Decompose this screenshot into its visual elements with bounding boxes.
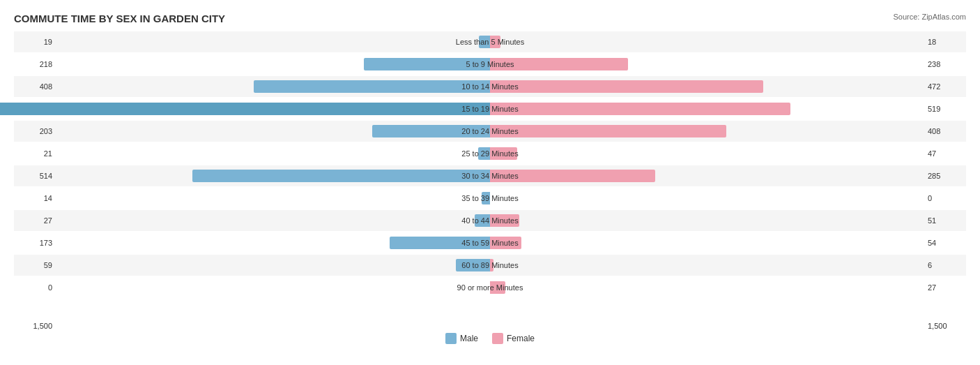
bar-male — [254, 80, 490, 93]
value-female: 54 — [924, 239, 966, 247]
chart-row: 1,033 15 to 19 Minutes 519 — [14, 98, 966, 119]
chart-row: 408 10 to 14 Minutes 472 — [14, 76, 966, 97]
value-female: 18 — [924, 38, 966, 46]
value-male: 218 — [14, 60, 56, 68]
value-male: 408 — [14, 82, 56, 91]
value-female: 285 — [924, 172, 966, 180]
category-label: 60 to 89 Minutes — [461, 261, 518, 269]
bars-center: 30 to 34 Minutes — [56, 165, 924, 186]
chart-row: 59 60 to 89 Minutes 6 — [14, 255, 966, 276]
category-label: 15 to 19 Minutes — [461, 105, 518, 113]
value-female: 519 — [924, 105, 966, 113]
value-male: 0 — [14, 283, 56, 292]
bar-female — [490, 80, 763, 93]
value-male: 514 — [14, 172, 56, 180]
chart-row: 218 5 to 9 Minutes 238 — [14, 54, 966, 75]
legend-female: Female — [492, 333, 535, 344]
category-label: 20 to 24 Minutes — [461, 127, 518, 135]
axis-right-label: 1,500 — [924, 322, 966, 330]
bar-female — [490, 103, 790, 115]
chart-row: 21 25 to 29 Minutes 47 — [14, 143, 966, 164]
category-label: 10 to 14 Minutes — [461, 82, 518, 91]
category-label: 90 or more Minutes — [457, 283, 523, 292]
bar-male — [192, 170, 490, 182]
bar-female — [490, 125, 726, 137]
bar-male — [0, 103, 490, 115]
chart-row: 173 45 to 59 Minutes 54 — [14, 232, 966, 253]
legend-female-box — [492, 333, 503, 344]
legend-male-label: Male — [460, 334, 478, 343]
bars-center: 25 to 29 Minutes — [56, 143, 924, 164]
category-label: 45 to 59 Minutes — [461, 239, 518, 247]
value-female: 0 — [924, 194, 966, 202]
bars-center: 40 to 44 Minutes — [56, 210, 924, 231]
value-male: 27 — [14, 216, 56, 225]
value-female: 408 — [924, 127, 966, 135]
value-female: 47 — [924, 149, 966, 158]
category-label: 40 to 44 Minutes — [461, 216, 518, 225]
chart-row: 27 40 to 44 Minutes 51 — [14, 210, 966, 231]
category-label: 5 to 9 Minutes — [466, 60, 514, 68]
category-label: 25 to 29 Minutes — [461, 149, 518, 158]
chart-row: 203 20 to 24 Minutes 408 — [14, 121, 966, 142]
bars-center: 10 to 14 Minutes — [56, 76, 924, 97]
value-female: 27 — [924, 283, 966, 292]
axis-row: 1,500 1,500 — [14, 322, 966, 330]
value-male: 21 — [14, 149, 56, 158]
bars-center: 15 to 19 Minutes — [56, 98, 924, 119]
bars-center: 60 to 89 Minutes — [56, 255, 924, 276]
bars-center: 20 to 24 Minutes — [56, 121, 924, 142]
category-label: Less than 5 Minutes — [456, 38, 524, 46]
bars-center: 45 to 59 Minutes — [56, 232, 924, 253]
chart-row: 19 Less than 5 Minutes 18 — [14, 31, 966, 52]
axis-left-label: 1,500 — [14, 322, 56, 330]
legend: Male Female — [14, 333, 966, 344]
bars-center: 35 to 39 Minutes — [56, 188, 924, 209]
value-male: 19 — [14, 38, 56, 46]
value-male: 59 — [14, 261, 56, 269]
value-female: 472 — [924, 82, 966, 91]
legend-male-box — [445, 333, 457, 344]
value-female: 6 — [924, 261, 966, 269]
bars-center: 5 to 9 Minutes — [56, 54, 924, 75]
value-female: 51 — [924, 216, 966, 225]
legend-female-label: Female — [507, 334, 535, 343]
source-label: Source: ZipAtlas.com — [893, 13, 966, 21]
value-male: 14 — [14, 194, 56, 202]
chart-row: 0 90 or more Minutes 27 — [14, 277, 966, 298]
chart-container: COMMUTE TIME BY SEX IN GARDEN CITY Sourc… — [0, 0, 980, 365]
category-label: 35 to 39 Minutes — [461, 194, 518, 202]
value-male: 173 — [14, 239, 56, 247]
value-female: 238 — [924, 60, 966, 68]
value-male: 203 — [14, 127, 56, 135]
legend-male: Male — [445, 333, 478, 344]
chart-row: 14 35 to 39 Minutes 0 — [14, 188, 966, 209]
bars-center: 90 or more Minutes — [56, 277, 924, 298]
chart-row: 514 30 to 34 Minutes 285 — [14, 165, 966, 186]
chart-title: COMMUTE TIME BY SEX IN GARDEN CITY — [14, 13, 966, 24]
category-label: 30 to 34 Minutes — [461, 172, 518, 180]
bars-center: Less than 5 Minutes — [56, 31, 924, 52]
chart-area: 19 Less than 5 Minutes 18 218 5 to 9 Min… — [14, 31, 966, 318]
